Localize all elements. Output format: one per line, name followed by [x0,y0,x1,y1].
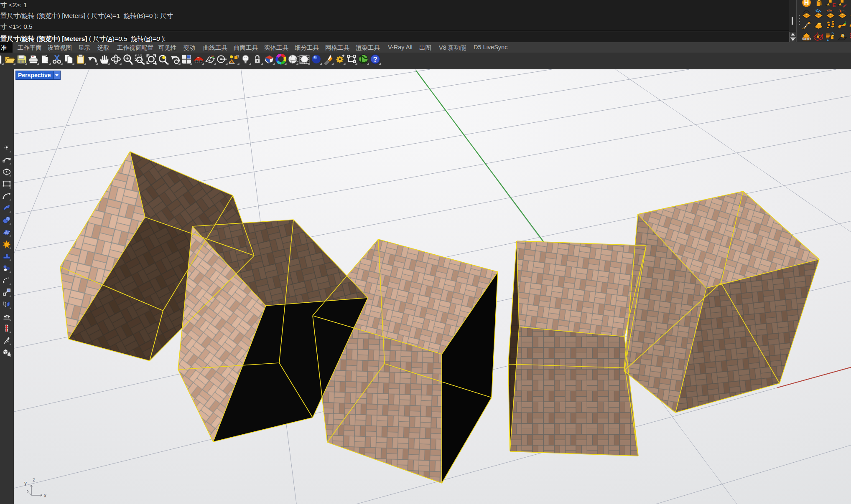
svg-text:?: ? [373,56,377,63]
svg-text:MOD: MOD [802,36,811,41]
svg-text:x: x [44,493,46,499]
svg-text:z: z [33,477,35,483]
svg-text:y: y [24,480,27,486]
svg-text:H: H [804,0,809,6]
svg-text:E: E [832,3,836,8]
